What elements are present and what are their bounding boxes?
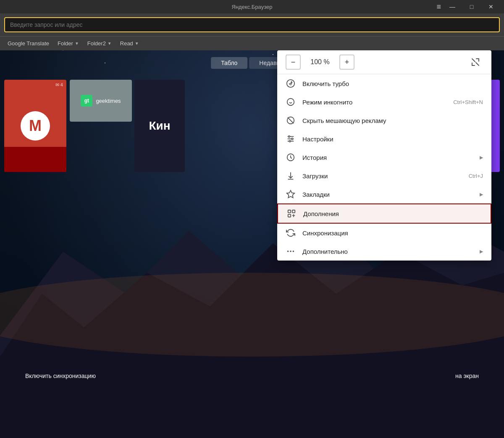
- menu-item-incognito[interactable]: Режим инкогнито Ctrl+Shift+N: [277, 93, 491, 111]
- main-content: Табло Недавно ✉ 4 M gt geektimes Кин: [0, 50, 504, 438]
- zoom-out-button[interactable]: −: [286, 55, 301, 70]
- svg-marker-32: [287, 190, 294, 198]
- fullscreen-button[interactable]: [468, 55, 483, 70]
- svg-point-30: [289, 141, 291, 142]
- menu-item-bookmarks[interactable]: Закладки ▶: [277, 185, 491, 203]
- titlebar-title: Яндекс.Браузер: [232, 4, 273, 10]
- gmail-tile-footer: [4, 147, 66, 172]
- maximize-button[interactable]: □: [462, 0, 481, 13]
- thumbnail-grid: ✉ 4 M gt geektimes: [4, 80, 132, 172]
- svg-rect-33: [288, 210, 291, 213]
- downloads-icon: [286, 171, 296, 181]
- addons-label: Дополнения: [303, 210, 482, 217]
- tab-tablo[interactable]: Табло: [211, 57, 247, 69]
- menu-item-more[interactable]: Дополнительно ▶: [277, 242, 491, 261]
- geektimes-label: geektimes: [96, 98, 121, 104]
- fullscreen-text[interactable]: на экран: [455, 373, 479, 379]
- bookmark-label: Folder2: [87, 40, 106, 47]
- gmail-logo: M: [21, 111, 50, 141]
- svg-point-37: [290, 250, 291, 252]
- adblock-icon: [286, 115, 296, 125]
- sync-text[interactable]: Включить синхронизацию: [25, 373, 96, 379]
- expand-icon: [471, 57, 480, 67]
- browser-window: Яндекс.Браузер ≡ — □ ✕ Google Translate …: [0, 0, 504, 438]
- svg-point-29: [291, 138, 293, 140]
- kino-label: Кин: [149, 119, 170, 133]
- incognito-label: Режим инкогнито: [302, 99, 446, 106]
- tile-geektimes[interactable]: gt geektimes: [70, 80, 132, 122]
- svg-rect-34: [292, 210, 295, 213]
- chevron-down-icon: ▼: [108, 41, 112, 46]
- bookmark-folder[interactable]: Folder ▼: [54, 39, 82, 48]
- bookmark-label: Google Translate: [8, 40, 49, 47]
- menu-item-turbo[interactable]: Включить турбо: [277, 74, 491, 93]
- sync-label: Синхронизация: [302, 229, 483, 237]
- more-arrow-icon: ▶: [480, 249, 483, 254]
- tile-kino[interactable]: Кин: [134, 80, 185, 172]
- addons-icon: [286, 209, 297, 219]
- geektimes-icon: gt: [81, 95, 92, 107]
- downloads-shortcut: Ctrl+J: [469, 173, 483, 179]
- address-bar[interactable]: [4, 17, 500, 32]
- bookmark-google-translate[interactable]: Google Translate: [4, 39, 52, 48]
- close-button[interactable]: ✕: [481, 0, 501, 13]
- toolbar: [0, 13, 504, 36]
- incognito-icon: [286, 97, 296, 107]
- bookmarks-arrow-icon: ▶: [480, 192, 483, 197]
- more-label: Дополнительно: [302, 248, 470, 255]
- adblock-label: Скрыть мешающую рекламу: [302, 117, 483, 124]
- bookmarks-bar: Google Translate Folder ▼ Folder2 ▼ Read…: [0, 36, 504, 50]
- menu-item-sync[interactable]: Синхронизация: [277, 224, 491, 242]
- titlebar: Яндекс.Браузер ≡ — □ ✕: [0, 0, 504, 13]
- chevron-down-icon: ▼: [135, 41, 139, 46]
- bookmark-folder2[interactable]: Folder2 ▼: [84, 39, 115, 48]
- history-label: История: [302, 154, 470, 161]
- svg-point-38: [293, 250, 294, 252]
- browser-menu: − 100 % + Включить тур: [277, 50, 491, 261]
- sync-icon: [286, 228, 296, 238]
- bookmark-label: Read: [120, 40, 133, 47]
- zoom-level-display: 100 %: [307, 58, 333, 66]
- more-icon: [286, 246, 296, 256]
- chevron-down-icon: ▼: [75, 41, 79, 46]
- menu-item-addons[interactable]: Дополнения: [277, 203, 491, 224]
- bookmarks-label: Закладки: [302, 191, 470, 198]
- zoom-in-button[interactable]: +: [339, 55, 354, 70]
- svg-point-36: [287, 250, 289, 252]
- settings-label: Настройки: [302, 136, 483, 143]
- turbo-label: Включить турбо: [302, 80, 483, 87]
- bookmarks-icon: [286, 189, 296, 199]
- settings-icon: [286, 134, 296, 144]
- menu-item-settings[interactable]: Настройки: [277, 130, 491, 148]
- bookmark-label: Folder: [58, 40, 73, 47]
- svg-rect-35: [288, 214, 291, 217]
- bookmark-read[interactable]: Read ▼: [117, 39, 142, 48]
- downloads-label: Загрузки: [302, 172, 462, 180]
- turbo-icon: [286, 78, 296, 89]
- menu-item-history[interactable]: История ▶: [277, 148, 491, 167]
- hamburger-icon[interactable]: ≡: [431, 0, 446, 13]
- history-icon: [286, 152, 296, 162]
- zoom-controls: − 100 % +: [277, 50, 491, 74]
- menu-item-downloads[interactable]: Загрузки Ctrl+J: [277, 167, 491, 185]
- svg-point-28: [289, 136, 290, 138]
- tile-gmail[interactable]: ✉ 4 M: [4, 80, 66, 172]
- svg-line-24: [288, 117, 294, 123]
- window-controls: — □ ✕: [443, 0, 501, 13]
- history-arrow-icon: ▶: [480, 155, 483, 160]
- incognito-shortcut: Ctrl+Shift+N: [453, 99, 483, 105]
- menu-item-adblock[interactable]: Скрыть мешающую рекламу: [277, 111, 491, 130]
